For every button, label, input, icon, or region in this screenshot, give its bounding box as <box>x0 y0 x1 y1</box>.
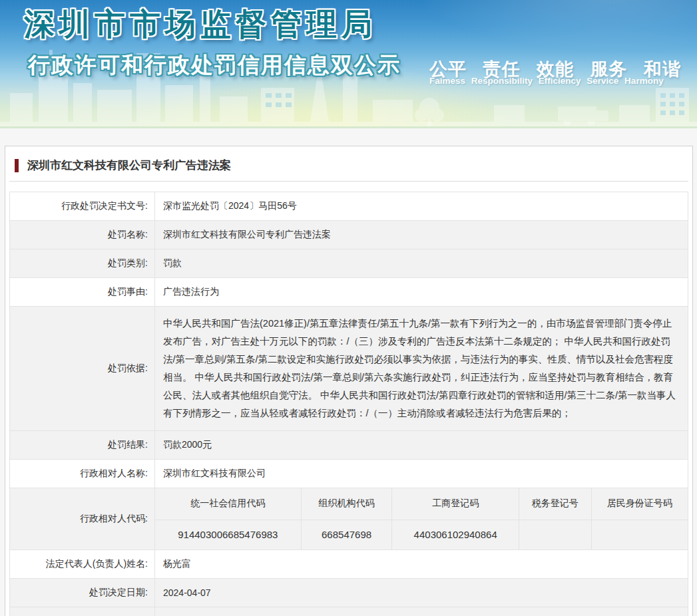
table-row: 处罚结果: 罚款2000元 <box>10 431 688 460</box>
table-row: 处罚名称: 深圳市红文科技有限公司专利广告违法案 <box>10 221 688 249</box>
row-value: 广告违法行为 <box>155 278 688 307</box>
row-label: 行政相对人代码: <box>10 488 155 550</box>
code-value-row: 914403006685476983 668547698 44030610294… <box>155 520 688 549</box>
row-label: 行政相对人名称: <box>10 460 155 488</box>
row-value: 深圳市红文科技有限公司专利广告违法案 <box>155 221 688 249</box>
row-label: 法定代表人(负责人)姓名: <box>10 550 155 579</box>
table-row: 处罚机关: 深圳市市场监督管理局光明监管局 <box>10 607 688 616</box>
row-value: 中华人民共和国广告法(2021修正)/第五章法律责任/第五十九条/第一款有下列行… <box>155 307 688 431</box>
row-label: 行政处罚决定书文号: <box>10 192 155 221</box>
site-banner: 深圳市市场监督管理局 行政许可和行政处罚信用信息双公示 公平 责任 效能 服务 … <box>0 0 697 128</box>
row-value: 深市监光处罚〔2024〕马田56号 <box>155 192 688 221</box>
row-value: 深圳市红文科技有限公司 <box>155 460 688 488</box>
table-row: 处罚依据: 中华人民共和国广告法(2021修正)/第五章法律责任/第五十九条/第… <box>10 307 688 431</box>
code-header-cell: 组织机构代码 <box>301 488 392 520</box>
code-header-cell: 工商登记码 <box>392 488 519 520</box>
penalty-table-wrapper: 行政处罚决定书文号: 深市监光处罚〔2024〕马田56号 处罚名称: 深圳市红文… <box>9 192 688 616</box>
row-label: 处罚机关: <box>10 607 155 616</box>
title-accent-bar <box>15 159 19 172</box>
banner-subtitle: 行政许可和行政处罚信用信息双公示 <box>28 51 401 80</box>
code-value-cell <box>519 520 591 549</box>
code-table: 统一社会信用代码 组织机构代码 工商登记码 税务登记号 居民身份证号码 9144… <box>155 488 688 549</box>
table-row: 处罚类别: 罚款 <box>10 249 688 278</box>
slogan-english: Faimess Responsibility Efficiency Servic… <box>429 76 664 86</box>
agency-title: 深圳市市场监督管理局 <box>24 4 377 45</box>
code-value-cell: 668547698 <box>301 520 392 549</box>
table-row: 处罚事由: 广告违法行为 <box>10 278 688 307</box>
code-table-cell: 统一社会信用代码 组织机构代码 工商登记码 税务登记号 居民身份证号码 9144… <box>155 488 688 550</box>
row-value: 罚款 <box>155 249 688 278</box>
title-divider <box>9 181 688 182</box>
table-row: 行政相对人名称: 深圳市红文科技有限公司 <box>10 460 688 488</box>
row-value: 杨光富 <box>155 550 688 579</box>
table-row: 行政处罚决定书文号: 深市监光处罚〔2024〕马田56号 <box>10 192 688 221</box>
row-value: 2024-04-07 <box>155 579 688 607</box>
row-value: 罚款2000元 <box>155 431 688 460</box>
code-header-cell: 居民身份证号码 <box>591 488 688 520</box>
row-label: 处罚结果: <box>10 431 155 460</box>
row-label: 处罚名称: <box>10 221 155 249</box>
case-title-row: 深圳市红文科技有限公司专利广告违法案 <box>15 158 687 173</box>
code-value-cell <box>591 520 688 549</box>
code-value-cell: 440306102940864 <box>392 520 519 549</box>
code-header-row: 统一社会信用代码 组织机构代码 工商登记码 税务登记号 居民身份证号码 <box>155 488 688 520</box>
page-title: 深圳市红文科技有限公司专利广告违法案 <box>27 158 231 173</box>
penalty-table: 行政处罚决定书文号: 深市监光处罚〔2024〕马田56号 处罚名称: 深圳市红文… <box>9 192 688 616</box>
row-label: 处罚依据: <box>10 307 155 431</box>
table-row: 处罚决定日期: 2024-04-07 <box>10 579 688 607</box>
code-value-cell: 914403006685476983 <box>155 520 301 549</box>
table-row: 行政相对人代码: 统一社会信用代码 组织机构代码 工商登记码 税务登记号 居民身… <box>10 488 688 550</box>
row-label: 处罚决定日期: <box>10 579 155 607</box>
code-header-cell: 统一社会信用代码 <box>155 488 301 520</box>
row-label: 处罚事由: <box>10 278 155 307</box>
content-box: 深圳市红文科技有限公司专利广告违法案 行政处罚决定书文号: 深市监光处罚〔202… <box>5 146 693 616</box>
row-value: 深圳市市场监督管理局光明监管局 <box>155 607 688 616</box>
row-label: 处罚类别: <box>10 249 155 278</box>
table-row: 法定代表人(负责人)姓名: 杨光富 <box>10 550 688 579</box>
code-header-cell: 税务登记号 <box>519 488 591 520</box>
